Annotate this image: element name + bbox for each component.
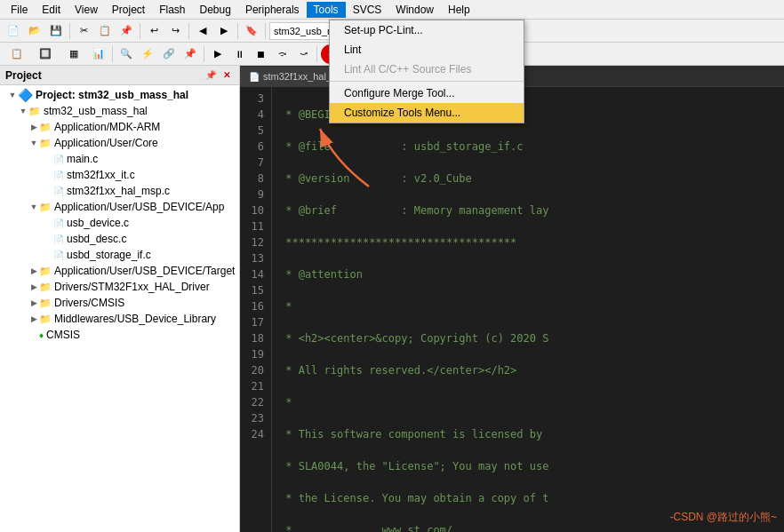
dropdown-lint[interactable]: Lint bbox=[330, 40, 524, 60]
expand-usbtarget: ▶ bbox=[28, 266, 39, 275]
menu-help[interactable]: Help bbox=[441, 2, 477, 18]
tree-item-usbdev[interactable]: 📄 usb_device.c bbox=[0, 215, 239, 231]
ln-5: 5 bbox=[247, 123, 264, 139]
ln-6: 6 bbox=[247, 139, 264, 155]
expand-hal: ▶ bbox=[28, 282, 39, 291]
sep-7 bbox=[112, 46, 113, 62]
tb2-btn4[interactable]: 📊 bbox=[89, 44, 108, 64]
sep-1 bbox=[69, 23, 70, 39]
code-line-12: * bbox=[279, 394, 777, 410]
tb2-btn2[interactable]: 🔲 bbox=[32, 44, 59, 64]
menu-peripherals[interactable]: Peripherals bbox=[238, 2, 307, 18]
folder-icon-usbtarget: 📁 bbox=[39, 266, 52, 277]
file-icon-main: 📄 bbox=[53, 155, 64, 164]
new-file-btn[interactable]: 📄 bbox=[4, 21, 23, 41]
project-panel-icons: 📌 ✕ bbox=[204, 68, 234, 83]
usbapp-label: Application/User/USB_DEVICE/App bbox=[54, 201, 224, 213]
tree-root[interactable]: ▼ 🔷 Project: stm32_usb_mass_hal bbox=[0, 87, 239, 103]
redo-btn[interactable]: ↪ bbox=[165, 21, 185, 41]
menu-svcs[interactable]: SVCS bbox=[346, 2, 389, 18]
code-line-8: * @attention bbox=[279, 266, 777, 282]
tb2-btn11[interactable]: ⏹ bbox=[251, 44, 270, 64]
ln-18: 18 bbox=[247, 330, 264, 346]
menu-file[interactable]: File bbox=[4, 2, 35, 18]
project-label: stm32_usb_mass_hal bbox=[44, 105, 148, 117]
file-icon-storage: 📄 bbox=[53, 250, 64, 260]
cmsis-label: CMSIS bbox=[46, 329, 80, 341]
ln-3: 3 bbox=[247, 91, 264, 107]
menu-window[interactable]: Window bbox=[388, 2, 441, 18]
dropdown-sep-1 bbox=[330, 81, 524, 82]
copy-btn[interactable]: 📋 bbox=[95, 21, 115, 41]
folder-icon-usbapp: 📁 bbox=[39, 202, 52, 213]
undo-btn[interactable]: ↩ bbox=[144, 21, 164, 41]
menu-tools[interactable]: Tools bbox=[307, 2, 346, 18]
project-icon: 🔷 bbox=[18, 88, 33, 102]
folder-icon-hal: 📁 bbox=[39, 282, 52, 293]
tree-item-it[interactable]: 📄 stm32f1xx_it.c bbox=[0, 167, 239, 183]
ln-16: 16 bbox=[247, 298, 264, 314]
tb2-btn5[interactable]: 🔍 bbox=[116, 44, 136, 64]
menu-flash[interactable]: Flash bbox=[152, 2, 192, 18]
save-btn[interactable]: 💾 bbox=[46, 21, 66, 41]
code-line-4: * @file : usbd_storage_if.c bbox=[279, 139, 777, 155]
dropdown-configure-merge[interactable]: Configure Merge Tool... bbox=[330, 83, 524, 103]
tree-item-storage[interactable]: 📄 usbd_storage_if.c bbox=[0, 247, 239, 263]
code-line-7: ************************************ bbox=[279, 234, 777, 250]
tree-item-cmsis-drv[interactable]: ▶ 📁 Drivers/CMSIS bbox=[0, 295, 239, 311]
menu-debug[interactable]: Debug bbox=[193, 2, 238, 18]
cut-btn[interactable]: ✂ bbox=[74, 21, 93, 41]
tree-item-project[interactable]: ▼ 📁 stm32_usb_mass_hal bbox=[0, 103, 239, 119]
menu-project[interactable]: Project bbox=[105, 2, 152, 18]
dropdown-customize-tools[interactable]: Customize Tools Menu... bbox=[330, 103, 524, 123]
menu-edit[interactable]: Edit bbox=[35, 2, 68, 18]
fwd-btn[interactable]: ▶ bbox=[214, 21, 234, 41]
sep-3 bbox=[188, 23, 189, 39]
line-numbers: 3 4 5 6 7 8 9 10 11 12 13 14 15 16 17 18… bbox=[240, 87, 272, 532]
code-content: 3 4 5 6 7 8 9 10 11 12 13 14 15 16 17 18… bbox=[240, 87, 784, 532]
bookmark-btn[interactable]: 🔖 bbox=[242, 21, 261, 41]
tree-item-core[interactable]: ▼ 📁 Application/User/Core bbox=[0, 135, 239, 151]
tree-item-main[interactable]: 📄 main.c bbox=[0, 151, 239, 167]
tb2-btn12[interactable]: ⤼ bbox=[272, 44, 292, 64]
tree-item-usbapp[interactable]: ▼ 📁 Application/User/USB_DEVICE/App bbox=[0, 199, 239, 215]
close-icon[interactable]: ✕ bbox=[220, 68, 234, 83]
core-label: Application/User/Core bbox=[54, 137, 158, 149]
tb2-btn8[interactable]: 📌 bbox=[180, 44, 200, 64]
tb2-btn13[interactable]: ⤻ bbox=[293, 44, 313, 64]
desc-label: usbd_desc.c bbox=[67, 233, 126, 245]
ln-21: 21 bbox=[247, 378, 264, 394]
tb2-btn7[interactable]: 🔗 bbox=[159, 44, 179, 64]
ln-9: 9 bbox=[247, 187, 264, 202]
code-lines[interactable]: * @BEGIN Header */ * @file : usbd_storag… bbox=[272, 87, 784, 532]
tree-item-msp[interactable]: 📄 stm32f1xx_hal_msp.c bbox=[0, 183, 239, 199]
dropdown-setup-pclint[interactable]: Set-up PC-Lint... bbox=[330, 20, 524, 40]
paste-btn[interactable]: 📌 bbox=[116, 21, 136, 41]
tree-item-desc[interactable]: 📄 usbd_desc.c bbox=[0, 231, 239, 247]
tb2-btn6[interactable]: ⚡ bbox=[138, 44, 157, 64]
expand-cmsis-drv: ▶ bbox=[28, 298, 39, 307]
tree-item-hal[interactable]: ▶ 📁 Drivers/STM32F1xx_HAL_Driver bbox=[0, 279, 239, 295]
tb2-btn1[interactable]: 📋 bbox=[4, 44, 30, 64]
project-panel: Project 📌 ✕ ▼ 🔷 Project: stm32_usb_mass_… bbox=[0, 66, 240, 532]
folder-icon-mdk: 📁 bbox=[39, 122, 52, 133]
sep-9 bbox=[316, 46, 317, 62]
file-icon-it: 📄 bbox=[53, 171, 64, 180]
tree-item-middleware[interactable]: ▶ 📁 Middlewares/USB_Device_Library bbox=[0, 311, 239, 327]
menu-view[interactable]: View bbox=[68, 2, 105, 18]
tree-item-cmsis[interactable]: ♦ CMSIS bbox=[0, 327, 239, 343]
back-btn[interactable]: ◀ bbox=[193, 21, 212, 41]
open-btn[interactable]: 📂 bbox=[25, 21, 44, 41]
tree-item-usbtarget[interactable]: ▶ 📁 Application/User/USB_DEVICE/Target bbox=[0, 263, 239, 279]
usbdev-label: usb_device.c bbox=[67, 217, 129, 229]
ln-15: 15 bbox=[247, 282, 264, 298]
project-tree: ▼ 🔷 Project: stm32_usb_mass_hal ▼ 📁 stm3… bbox=[0, 85, 239, 532]
pin-icon[interactable]: 📌 bbox=[204, 68, 218, 83]
expand-mdk: ▶ bbox=[28, 123, 39, 131]
tree-item-mdk[interactable]: ▶ 📁 Application/MDK-ARM bbox=[0, 119, 239, 135]
code-line-9: * bbox=[279, 298, 777, 314]
cmsis-drv-label: Drivers/CMSIS bbox=[54, 297, 124, 309]
tb2-btn3[interactable]: ▦ bbox=[60, 44, 87, 64]
tb2-btn10[interactable]: ⏸ bbox=[229, 44, 249, 64]
tb2-btn9[interactable]: ▶ bbox=[208, 44, 228, 64]
